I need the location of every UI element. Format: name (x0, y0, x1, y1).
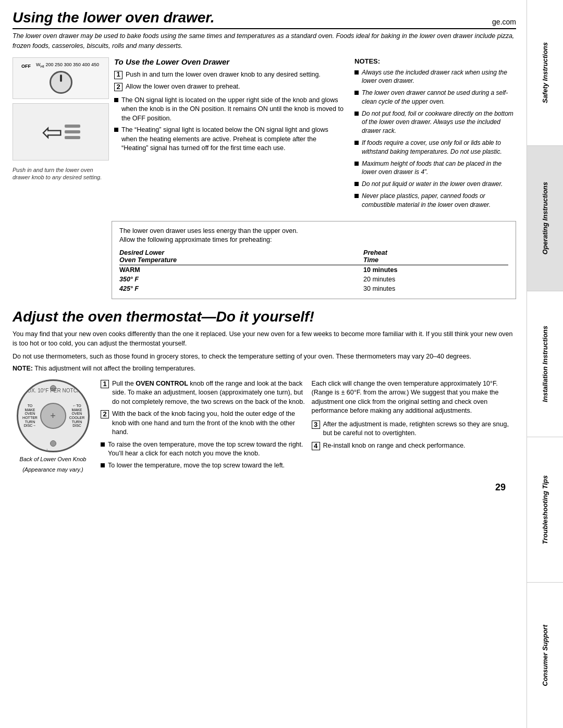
knob-image: OFF WHI 200 250 300 350 400 450 (13, 57, 109, 99)
top-section: OFF WHI 200 250 300 350 400 450 ⇦ (13, 57, 516, 213)
therm-step-1-text: Pull the OVEN CONTROL knob off the range… (112, 379, 305, 407)
preheat-time-warm: 10 minutes (363, 265, 508, 275)
knob-notch (60, 75, 62, 82)
preheat-time-425: 30 minutes (363, 284, 508, 293)
right-sidebar: Safety Instructions Operating Instructio… (527, 0, 563, 728)
step-1-text: Push in and turn the lower oven drawer k… (126, 70, 321, 80)
knob-arrows-svg: APPROX. 10°F PER NOTCH ↑ (18, 381, 90, 452)
thermostat-para2: Do not use thermometers, such as those f… (13, 352, 516, 362)
knob-back-caption-2: (Appearance may vary.) (22, 466, 83, 473)
svg-text:APPROX. 10°F PER NOTCH: APPROX. 10°F PER NOTCH (18, 388, 81, 393)
therm-step-1: 1 Pull the OVEN CONTROL knob off the ran… (101, 379, 305, 407)
thermostat-steps: 1 Pull the OVEN CONTROL knob off the ran… (101, 379, 516, 474)
sidebar-label-troubleshooting: Troubleshooting Tips (541, 475, 549, 544)
preheat-time-350: 20 minutes (363, 275, 508, 284)
sidebar-section-troubleshooting: Troubleshooting Tips (527, 437, 563, 583)
preheat-row-350: 350° F 20 minutes (119, 275, 508, 284)
preheat-col2-header: Preheat Time (363, 249, 508, 265)
notes-title: NOTES: (354, 57, 516, 65)
preheat-intro: The lower oven drawer uses less energy t… (119, 227, 508, 245)
thermostat-para1: You may find that your new oven cooks di… (13, 329, 516, 349)
bullet-sq-1 (114, 98, 118, 102)
therm-step-3: 3 After the adjustment is made, retighte… (312, 420, 517, 438)
note-2: The lower oven drawer cannot be used dur… (354, 89, 516, 106)
note-sq-2 (354, 91, 359, 95)
note-2-text: The lower oven drawer cannot be used dur… (362, 89, 516, 106)
knob-scale: OFF WHI 200 250 300 350 400 450 (21, 62, 100, 69)
therm-step-2: 2 With the back of the knob facing you, … (101, 410, 305, 437)
thermostat-section: TO MAKE OVENHOTTER TURNDISC→ ←TO MAKE OV… (13, 379, 516, 474)
note-6-text: Do not put liquid or water in the lower … (362, 180, 503, 189)
page-number: 29 (13, 482, 516, 493)
knob-back-caption-1: Back of Lower Oven Knob (20, 455, 87, 463)
therm-steps-right: Each click will change the oven temperat… (312, 379, 517, 474)
preheat-temp-425: 425° F (119, 284, 363, 293)
note-7: Never place plastics, paper, canned food… (354, 192, 516, 209)
ge-com-label: ge.com (492, 18, 516, 26)
note-5: Maximum height of foods that can be plac… (354, 159, 516, 177)
step-2-num: 2 (114, 83, 123, 91)
sidebar-section-consumer: Consumer Support (527, 583, 563, 728)
thermostat-note: NOTE: This adjustment will not affect th… (13, 365, 516, 372)
therm-step-3-num: 3 (312, 421, 320, 429)
preheat-section: The lower oven drawer uses less energy t… (112, 221, 516, 299)
step-2-text: Allow the lower oven drawer to preheat. (126, 82, 240, 92)
sidebar-section-operating: Operating Instructions (527, 146, 563, 292)
therm-step-4-num: 4 (312, 442, 320, 450)
therm-step-2-num: 2 (101, 410, 109, 418)
note-sq-5 (354, 162, 359, 166)
therm-bullet-1-text: To raise the oven temperature, move the … (108, 440, 305, 459)
use-drawer-title: To Use the Lower Oven Drawer (114, 57, 344, 66)
therm-bullet-sq-2 (101, 463, 105, 467)
sidebar-label-operating: Operating Instructions (541, 182, 549, 254)
bullet-2: The “Heating” signal light is located be… (114, 126, 344, 153)
preheat-temp-350: 350° F (119, 275, 363, 284)
note-5-text: Maximum height of foods that can be plac… (362, 159, 516, 177)
note-4-text: If foods require a cover, use only foil … (362, 139, 516, 156)
therm-bullet-2: To lower the temperature, move the top s… (101, 461, 305, 471)
drawer-lines (65, 125, 80, 139)
note-bold-label: NOTE: (13, 365, 33, 372)
note-sq-6 (354, 182, 359, 186)
knob-circle (50, 71, 72, 94)
preheat-row-warm: WARM 10 minutes (119, 265, 508, 275)
svg-text:↑: ↑ (46, 448, 48, 452)
left-images-column: OFF WHI 200 250 300 350 400 450 ⇦ (13, 57, 109, 213)
hand-drawer-image: ⇦ (13, 103, 109, 161)
therm-bullet-1: To raise the oven temperature, move the … (101, 440, 305, 459)
thermostat-title: Adjust the oven thermostat—Do it yoursel… (13, 309, 516, 325)
note-sq-1 (354, 70, 359, 75)
therm-steps-left: 1 Pull the OVEN CONTROL knob off the ran… (101, 379, 305, 474)
bullet-1: The ON signal light is located on the up… (114, 96, 344, 124)
bullet-2-text: The “Heating” signal light is located be… (121, 126, 344, 153)
note-sq-3 (354, 112, 359, 116)
note-1-text: Always use the included drawer rack when… (362, 68, 516, 86)
therm-bullet-sq-1 (101, 442, 105, 447)
preheat-table: Desired Lower Oven Temperature Preheat T… (119, 249, 508, 293)
preheat-col1-header: Desired Lower Oven Temperature (119, 249, 363, 265)
knob-back-image-box: TO MAKE OVENHOTTER TURNDISC→ ←TO MAKE OV… (13, 379, 93, 474)
note-1: Always use the included drawer rack when… (354, 68, 516, 86)
note-7-text: Never place plastics, paper, canned food… (362, 192, 516, 209)
step-1: 1 Push in and turn the lower oven drawer… (114, 70, 344, 80)
sidebar-section-safety: Safety Instructions (527, 0, 563, 146)
notes-column: NOTES: Always use the included drawer ra… (354, 57, 516, 213)
sidebar-label-safety: Safety Instructions (541, 42, 549, 103)
therm-step-1-num: 1 (101, 380, 109, 388)
thermostat-note-text: This adjustment will not affect the broi… (34, 365, 195, 372)
step-2: 2 Allow the lower oven drawer to preheat… (114, 82, 344, 92)
therm-step-3-text: After the adjustment is made, retighten … (323, 420, 517, 438)
knob-back-image: TO MAKE OVENHOTTER TURNDISC→ ←TO MAKE OV… (17, 379, 90, 452)
main-title-text: Using the lower oven drawer. (13, 9, 214, 26)
note-6: Do not put liquid or water in the lower … (354, 180, 516, 189)
instructions-area: To Use the Lower Oven Drawer 1 Push in a… (114, 57, 344, 213)
note-sq-7 (354, 194, 359, 198)
therm-step-4-text: Re-install knob on range and check perfo… (323, 441, 466, 451)
therm-step-2-text: With the back of the knob facing you, ho… (112, 410, 305, 437)
sidebar-label-installation: Installation Instructions (541, 326, 549, 402)
intro-paragraph: The lower oven drawer may be used to bak… (13, 31, 516, 51)
preheat-temp-warm: WARM (119, 265, 363, 275)
note-3: Do not put food, foil or cookware direct… (354, 109, 516, 135)
note-4: If foods require a cover, use only foil … (354, 139, 516, 156)
knob-image-caption: Push in and turn the lower oven drawer k… (13, 166, 109, 181)
